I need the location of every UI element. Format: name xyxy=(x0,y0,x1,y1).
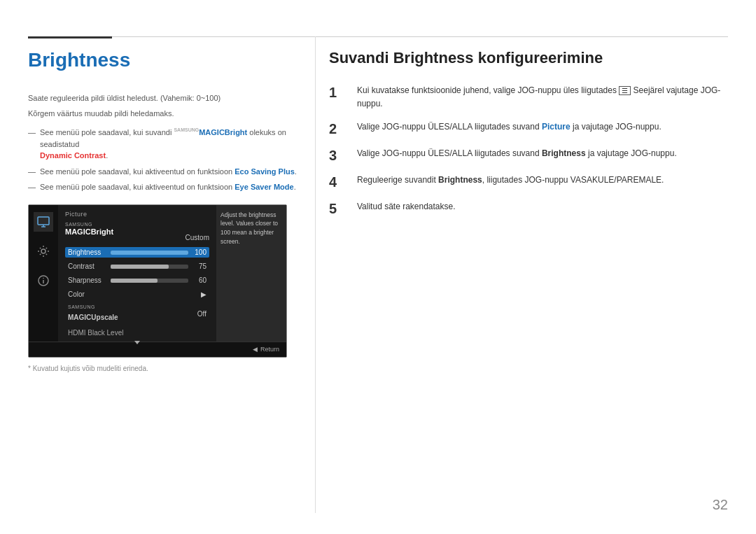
monitor-menu: Picture SAMSUNG MAGICBright Custom Brigh… xyxy=(58,205,216,342)
magic-upscale-row: SAMSUNG MAGICUpscale Off xyxy=(65,303,209,324)
monitor-icon-settings xyxy=(34,241,53,261)
return-label: Return xyxy=(260,346,279,353)
magic-bright-ref: SAMSUNGMAGICBright xyxy=(174,128,247,136)
menu-section-title: Picture xyxy=(65,211,209,218)
monitor-icon-display xyxy=(34,212,53,232)
section-title: Brightness xyxy=(28,49,301,71)
note-bottom: * Kuvatud kujutis võib mudeliti erineda. xyxy=(28,365,301,372)
note1: — See menüü pole saadaval, kui suvandi S… xyxy=(28,127,301,162)
desc2: Kõrgem väärtus muudab pildi heledamaks. xyxy=(28,108,301,120)
scroll-down-indicator xyxy=(65,339,209,346)
right-column: Suvandi Brightness konfigureerimine 1 Ku… xyxy=(329,49,728,227)
upscale-off: Off xyxy=(197,310,206,318)
hdmi-label: HDMI Black Level xyxy=(68,329,123,337)
page-container: Brightness Saate reguleerida pildi üldis… xyxy=(0,0,756,534)
magic-bright-row: SAMSUNG MAGICBright Custom xyxy=(65,222,209,241)
step-5: 5 Valitud säte rakendatakse. xyxy=(329,200,728,217)
dynamic-contrast: Dynamic Contrast xyxy=(40,151,106,160)
note2-prefix: See menüü pole saadaval, kui aktiveentud… xyxy=(40,167,234,176)
column-divider xyxy=(315,36,316,513)
note1-prefix: See menüü pole saadaval, kui suvandi xyxy=(40,128,174,136)
hdmi-row: HDMI Black Level xyxy=(65,328,209,338)
svg-point-6 xyxy=(43,277,44,279)
step-4: 4 Reguleerige suvandit Brightness, liigu… xyxy=(329,174,728,190)
custom-label: Custom xyxy=(186,234,209,241)
eye-saver-ref: Eye Saver Mode xyxy=(234,183,293,191)
page-number: 32 xyxy=(713,497,728,513)
sharpness-row: Sharpness 60 xyxy=(65,275,209,286)
monitor-mockup: Picture SAMSUNG MAGICBright Custom Brigh… xyxy=(28,204,287,358)
monitor-sidebar xyxy=(29,205,58,342)
monitor-help-panel: Adjust the brightness level. Values clos… xyxy=(216,205,286,342)
step5-text: Valitud säte rakendatakse. xyxy=(357,200,728,213)
contrast-row: Contrast 75 xyxy=(65,261,209,272)
svg-rect-0 xyxy=(38,217,49,225)
steps-list: 1 Kui kuvatakse funktsioonide juhend, va… xyxy=(329,84,728,217)
svg-point-3 xyxy=(41,249,46,253)
eco-saving-ref: Eco Saving Plus xyxy=(234,167,295,176)
note3-prefix: See menüü pole saadaval, kui aktiveentud… xyxy=(40,183,234,191)
return-button: ◀ Return xyxy=(253,346,279,353)
monitor-icon-info xyxy=(34,271,53,290)
step-2: 2 Valige JOG-nuppu ÜLES/ALLA liigutades … xyxy=(329,120,728,137)
step-1: 1 Kui kuvatakse funktsioonide juhend, va… xyxy=(329,84,728,111)
desc1: Saate reguleerida pildi üldist heledust.… xyxy=(28,92,301,105)
note3: — See menüü pole saadaval, kui aktiveent… xyxy=(28,181,301,193)
step-3: 3 Valige JOG-nuppu ÜLES/ALLA liigutades … xyxy=(329,147,728,164)
help-text: Adjust the brightness level. Values clos… xyxy=(220,211,278,245)
top-line xyxy=(28,36,728,37)
right-title: Suvandi Brightness konfigureerimine xyxy=(329,49,728,67)
brightness-row: Brightness 100 xyxy=(65,247,209,258)
color-row: Color ▶ xyxy=(65,289,209,300)
note2: — See menüü pole saadaval, kui aktiveent… xyxy=(28,166,301,178)
top-line-accent xyxy=(28,36,112,38)
left-column: Brightness Saate reguleerida pildi üldis… xyxy=(28,49,301,372)
